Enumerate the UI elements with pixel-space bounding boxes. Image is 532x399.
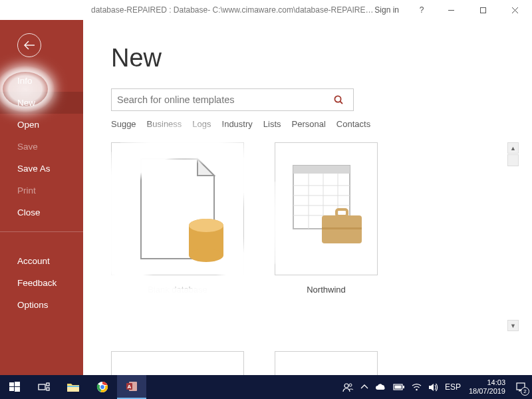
maximize-button[interactable] <box>468 1 497 19</box>
sidebar-item-new[interactable]: New <box>0 92 83 114</box>
taskbar-chrome[interactable] <box>88 375 117 399</box>
start-button[interactable] <box>0 375 29 399</box>
back-arrow-icon <box>23 41 36 50</box>
svg-line-6 <box>340 102 343 104</box>
svg-rect-45 <box>394 386 401 389</box>
tray-wifi-icon[interactable] <box>412 383 422 391</box>
suggested-label: Sugge <box>111 119 136 129</box>
svg-rect-1 <box>480 7 485 13</box>
svg-marker-47 <box>429 384 434 391</box>
access-icon: A <box>126 380 138 392</box>
svg-rect-33 <box>67 386 79 387</box>
help-button[interactable]: ? <box>414 5 430 15</box>
minimize-icon <box>448 7 455 14</box>
template-row-partial <box>111 351 519 375</box>
suggested-searches: Sugge Business Logs Industry Lists Perso… <box>111 119 519 129</box>
minimize-button[interactable] <box>436 1 466 19</box>
content-area: New Sugge Business Logs Industry <box>83 20 532 375</box>
template-search-box[interactable] <box>111 88 354 111</box>
sidebar-item-print: Print <box>0 180 83 201</box>
chrome-icon <box>96 381 108 393</box>
svg-rect-44 <box>403 386 404 388</box>
svg-point-5 <box>334 96 340 102</box>
volume-icon <box>428 383 438 392</box>
tray-language[interactable]: ESP <box>445 382 461 392</box>
task-view-button[interactable] <box>29 375 59 399</box>
svg-rect-25 <box>9 382 14 386</box>
taskbar: A ESP 14:03 18/07/2019 2 <box>0 375 532 399</box>
tray-onedrive-icon[interactable] <box>375 384 386 391</box>
template-northwind[interactable]: Northwind <box>275 142 378 325</box>
svg-rect-27 <box>9 387 14 391</box>
suggestion-link[interactable]: Contacts <box>336 119 370 129</box>
chevron-up-icon <box>360 384 368 390</box>
svg-point-12 <box>189 219 223 232</box>
tray-volume-icon[interactable] <box>428 383 438 392</box>
svg-rect-31 <box>47 388 49 390</box>
sign-in-link[interactable]: Sign in <box>374 5 399 15</box>
sidebar-divider <box>0 231 83 250</box>
sidebar-item-feedback[interactable]: Feedback <box>0 272 83 294</box>
tray-battery-icon[interactable] <box>393 384 405 390</box>
maximize-icon <box>479 7 487 14</box>
tray-up-arrow[interactable] <box>360 384 368 390</box>
template-preview-partial[interactable] <box>111 351 244 375</box>
tray-notifications[interactable]: 2 <box>513 380 528 394</box>
scroll-thumb[interactable] <box>507 154 519 166</box>
wifi-icon <box>412 383 422 391</box>
template-label: Northwind <box>307 285 346 295</box>
clock-time: 14:03 <box>487 378 505 387</box>
tray-people-icon[interactable] <box>342 382 354 392</box>
page-title: New <box>111 44 519 72</box>
sidebar-item-options[interactable]: Options <box>0 294 83 316</box>
svg-rect-14 <box>293 166 350 174</box>
notification-badge: 2 <box>521 387 529 396</box>
suggestion-link[interactable]: Industry <box>222 119 253 129</box>
suggestion-link[interactable]: Business <box>147 119 182 129</box>
sidebar-item-save-as[interactable]: Save As <box>0 158 83 180</box>
sidebar-item-open[interactable]: Open <box>0 114 83 136</box>
tray-clock[interactable]: 14:03 18/07/2019 <box>467 378 507 395</box>
search-input[interactable] <box>117 94 329 105</box>
backstage-sidebar: Info New Open Save Save As Print Close A… <box>0 20 83 375</box>
clock-date: 18/07/2019 <box>469 387 505 396</box>
svg-point-11 <box>189 249 223 262</box>
suggestion-link[interactable]: Lists <box>263 119 281 129</box>
template-blank-database[interactable]: Blank database <box>111 142 244 325</box>
sidebar-item-info[interactable]: Info <box>0 70 83 92</box>
svg-rect-28 <box>15 387 20 392</box>
scroll-up-button[interactable]: ▲ <box>507 142 519 154</box>
sidebar-item-account[interactable]: Account <box>0 250 83 272</box>
svg-rect-24 <box>322 227 362 229</box>
back-button[interactable] <box>17 33 41 57</box>
svg-point-41 <box>344 384 348 388</box>
battery-icon <box>393 384 405 390</box>
search-icon <box>333 94 344 105</box>
svg-point-42 <box>349 384 352 386</box>
svg-text:A: A <box>128 384 132 390</box>
svg-rect-30 <box>47 383 49 386</box>
close-button[interactable] <box>500 1 529 19</box>
suggestion-link[interactable]: Logs <box>192 119 211 129</box>
northwind-icon <box>283 159 370 259</box>
template-preview <box>275 142 378 275</box>
blank-database-icon <box>128 152 227 265</box>
taskbar-explorer[interactable] <box>59 375 88 399</box>
title-bar: database-REPAIRED : Database- C:\www.cim… <box>0 0 532 20</box>
suggestion-link[interactable]: Personal <box>292 119 326 129</box>
close-icon <box>511 7 519 14</box>
people-icon <box>342 382 354 392</box>
svg-marker-8 <box>198 159 214 176</box>
template-preview-partial[interactable] <box>275 351 378 375</box>
sidebar-item-close[interactable]: Close <box>0 201 83 223</box>
taskbar-access[interactable]: A <box>117 375 146 399</box>
windows-icon <box>9 382 20 392</box>
svg-rect-29 <box>39 384 45 390</box>
folder-icon <box>66 382 80 392</box>
sidebar-item-save: Save <box>0 136 83 158</box>
task-view-icon <box>38 382 50 392</box>
template-scroll: ▲ ▼ <box>507 142 519 331</box>
scroll-down-button[interactable]: ▼ <box>507 320 519 331</box>
cloud-icon <box>375 384 386 391</box>
search-button[interactable] <box>329 94 348 105</box>
